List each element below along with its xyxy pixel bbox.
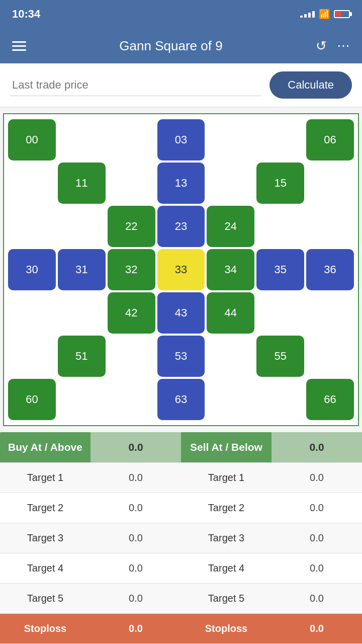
grid-cell-empty [256,206,304,247]
grid-cell-24[interactable]: 24 [207,206,254,247]
buy-target-label-2: Target 2 [0,493,90,523]
sell-target-label-1: Target 1 [181,463,272,493]
grid-cell-empty [306,292,354,334]
grid-cell-empty [108,379,155,420]
input-area: Calculate [0,63,362,107]
price-input[interactable] [10,74,261,96]
buy-target-label-3: Target 3 [0,523,90,553]
grid-cell-43[interactable]: 43 [157,292,205,334]
grid-cell-42[interactable]: 42 [108,292,155,334]
grid-cell-empty [256,119,304,160]
table-row: Target 5 0.0 Target 5 0.0 [0,584,362,614]
wifi-icon: 📶 [319,9,330,20]
gann-grid: 0003061113152223243031323334353642434451… [6,119,356,420]
buy-target-value-3: 0.0 [90,523,181,553]
sell-target-label-3: Target 3 [181,523,272,553]
table-row: Target 3 0.0 Target 3 0.0 [0,523,362,553]
grid-cell-empty [8,336,56,377]
header-actions: ↺ ⋯ [316,38,350,54]
sell-header-value: 0.0 [272,432,362,462]
grid-cell-empty [207,163,254,204]
sell-header-label: Sell At / Below [181,432,272,462]
buy-header-label: Buy At / Above [0,432,90,462]
grid-cell-03[interactable]: 03 [157,119,205,160]
stoploss-buy-value: 0.0 [90,614,181,643]
status-bar: 10:34 📶 [0,0,362,28]
stoploss-sell-value: 0.0 [272,614,362,643]
calculate-button[interactable]: Calculate [269,71,352,99]
grid-cell-empty [108,163,155,204]
grid-cell-06[interactable]: 06 [306,119,354,160]
grid-cell-empty [58,379,106,420]
grid-cell-66[interactable]: 66 [306,379,354,420]
stoploss-row: Stoploss 0.0 Stoploss 0.0 [0,614,362,644]
sell-target-label-4: Target 4 [181,553,272,583]
table-header-row: Buy At / Above 0.0 Sell At / Below 0.0 [0,432,362,463]
app-header: Gann Square of 9 ↺ ⋯ [0,28,362,63]
grid-cell-36[interactable]: 36 [306,249,354,290]
buy-target-value-5: 0.0 [90,584,181,613]
grid-cell-empty [306,163,354,204]
grid-cell-empty [58,292,106,334]
page-title: Gann Square of 9 [119,38,222,54]
results-table: Buy At / Above 0.0 Sell At / Below 0.0 T… [0,432,362,644]
grid-cell-empty [8,206,56,247]
sell-target-value-5: 0.0 [272,584,362,613]
grid-cell-55[interactable]: 55 [256,336,304,377]
sell-target-label-2: Target 2 [181,493,272,523]
grid-cell-13[interactable]: 13 [157,163,205,204]
grid-cell-empty [58,206,106,247]
grid-cell-empty [306,206,354,247]
grid-cell-empty [108,336,155,377]
grid-cell-empty [108,119,155,160]
buy-target-value-1: 0.0 [90,463,181,493]
grid-cell-00[interactable]: 00 [8,119,56,160]
sell-target-value-1: 0.0 [272,463,362,493]
grid-cell-empty [8,292,56,334]
stoploss-sell-label: Stoploss [181,614,272,643]
battery-icon [334,10,350,18]
status-icons: 📶 [300,9,350,20]
grid-cell-32[interactable]: 32 [108,249,155,290]
grid-cell-31[interactable]: 31 [58,249,106,290]
table-row: Target 1 0.0 Target 1 0.0 [0,463,362,493]
grid-cell-35[interactable]: 35 [256,249,304,290]
grid-cell-empty [207,119,254,160]
grid-cell-51[interactable]: 51 [58,336,106,377]
grid-cell-empty [207,379,254,420]
grid-cell-63[interactable]: 63 [157,379,205,420]
stoploss-label: Stoploss [0,614,90,643]
grid-cell-23[interactable]: 23 [157,206,205,247]
sell-target-value-2: 0.0 [272,493,362,523]
buy-header-value: 0.0 [90,432,181,462]
grid-cell-53[interactable]: 53 [157,336,205,377]
grid-cell-11[interactable]: 11 [58,163,106,204]
buy-target-label-4: Target 4 [0,553,90,583]
grid-cell-empty [256,292,304,334]
sell-target-label-5: Target 5 [181,584,272,613]
grid-cell-empty [207,336,254,377]
sell-target-value-3: 0.0 [272,523,362,553]
gann-grid-container: 0003061113152223243031323334353642434451… [3,113,359,426]
buy-target-value-4: 0.0 [90,553,181,583]
grid-cell-22[interactable]: 22 [108,206,155,247]
table-row: Target 2 0.0 Target 2 0.0 [0,493,362,523]
history-icon[interactable]: ↺ [316,38,327,54]
buy-target-label-1: Target 1 [0,463,90,493]
grid-cell-empty [306,336,354,377]
grid-cell-15[interactable]: 15 [256,163,304,204]
grid-cell-33[interactable]: 33 [157,249,205,290]
signal-icon [300,11,315,18]
grid-cell-empty [58,119,106,160]
grid-cell-44[interactable]: 44 [207,292,254,334]
buy-target-value-2: 0.0 [90,493,181,523]
buy-target-label-5: Target 5 [0,584,90,613]
more-options-icon[interactable]: ⋯ [337,38,350,54]
grid-cell-30[interactable]: 30 [8,249,56,290]
table-row: Target 4 0.0 Target 4 0.0 [0,553,362,584]
grid-cell-34[interactable]: 34 [207,249,254,290]
grid-cell-60[interactable]: 60 [8,379,56,420]
menu-button[interactable] [12,41,26,51]
grid-cell-empty [8,163,56,204]
status-time: 10:34 [12,8,40,21]
